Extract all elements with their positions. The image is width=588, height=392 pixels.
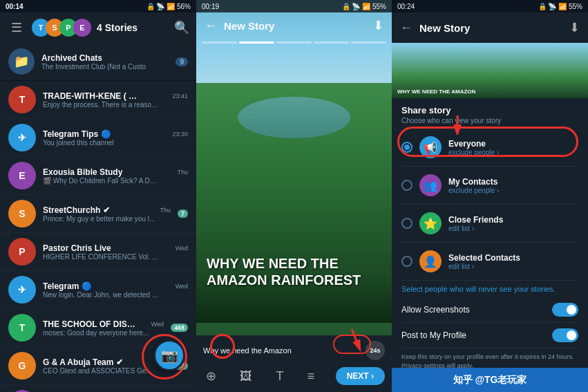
status-bar-3: 00:24 🔒 📡 📶 55% xyxy=(392,0,588,12)
download-button-2[interactable]: ⬇ xyxy=(373,18,383,33)
progress-dot xyxy=(202,41,237,44)
tool-add[interactable]: ⊕ xyxy=(203,366,219,386)
chat-time: 23:30 xyxy=(172,131,188,138)
status-bar-1: 00:14 🔒 📡 📶 56% xyxy=(0,0,196,12)
chat-msg: Enjoy the process. There is a reason... xyxy=(43,101,160,109)
search-icon[interactable]: 🔍 xyxy=(174,20,189,35)
chat-avatar: ✈ xyxy=(8,276,36,304)
chat-avatar: S xyxy=(8,200,36,227)
tool-image[interactable]: 🖼 xyxy=(237,366,255,386)
share-option-title: Close Friends xyxy=(448,215,578,225)
time-1: 00:14 xyxy=(6,3,23,10)
chat-item[interactable]: ✈ Telegram Tips 🔵 23:30 You joined this … xyxy=(0,119,196,157)
chat-name-row: THE SCHOOL OF DISCIPLE... Wed xyxy=(43,319,164,329)
share-option-text-selected: Selected Contacts edit list › xyxy=(448,253,578,270)
select-people-link[interactable]: Select people who will never see your st… xyxy=(401,285,578,293)
toggle-label-profile: Post to My Profile xyxy=(401,330,466,340)
toggle-switch-profile[interactable] xyxy=(552,328,578,342)
radio-selected[interactable] xyxy=(401,256,412,267)
next-button[interactable]: NEXT › xyxy=(336,367,385,385)
chat-msg: moses: Good day everyone here... xyxy=(43,329,160,337)
toggle-profile: Post to My Profile xyxy=(401,323,578,348)
back-button-3[interactable]: ← xyxy=(400,21,412,35)
chat-avatar: P xyxy=(8,238,36,265)
archived-badge: 9 xyxy=(176,57,188,66)
chat-time: Thu xyxy=(177,169,188,176)
share-option-text-contacts: My Contacts exclude people › xyxy=(448,177,578,194)
share-option-selected[interactable]: 👤 Selected Contacts edit list › xyxy=(401,245,578,277)
chat-item[interactable]: T TRADE-WITH-KENE ( FREE G... 23:41 Enjo… xyxy=(0,81,196,119)
divider xyxy=(401,242,578,243)
chat-info: StreetChurchh ✔ Thu Prince: My guy e bet… xyxy=(43,205,171,223)
tool-text[interactable]: T xyxy=(274,366,287,386)
divider xyxy=(401,204,578,205)
share-option-sub[interactable]: exclude people › xyxy=(448,187,578,194)
radio-contacts[interactable] xyxy=(401,180,412,191)
chat-info: G & A Abuja Team ✔ Wed CEO Gtext and ASS… xyxy=(43,357,167,375)
archived-title: Archived Chats xyxy=(41,53,169,63)
chat-msg: CEO Gtext and ASSOCIATES Ge... xyxy=(43,367,160,375)
share-option-contacts[interactable]: 👥 My Contacts exclude people › xyxy=(401,169,578,201)
chat-info: Pastor Chris Live Wed HIGHER LIFE CONFER… xyxy=(43,243,188,261)
panel-story-editor: 00:19 🔒 📡 📶 55% ← New Story ⬇ WHY WE NEE… xyxy=(196,0,392,392)
chat-name-row: StreetChurchh ✔ Thu xyxy=(43,205,171,215)
share-option-text-everyone: Everyone exclude people › xyxy=(448,139,578,156)
timer-button[interactable]: 24s xyxy=(366,341,385,360)
share-option-close-friends[interactable]: ⭐ Close Friends edit list › xyxy=(401,207,578,239)
menu-icon[interactable]: ☰ xyxy=(7,18,26,37)
keep-note: Keep this story on your profile even aft… xyxy=(401,353,578,368)
download-button-3[interactable]: ⬇ xyxy=(569,20,580,35)
toggle-switch-screenshots[interactable] xyxy=(552,303,578,317)
story-thumbnail: WHY WE NEED THE AMAZON xyxy=(392,43,588,98)
watermark-bar: 知乎 @TG老玩家 xyxy=(392,368,588,392)
chat-name: G & A Abuja Team ✔ xyxy=(43,357,123,367)
status-icons-3: 🔒 📡 📶 55% xyxy=(538,3,582,10)
chat-name-row: G & A Abuja Team ✔ Wed xyxy=(43,357,167,367)
chat-item[interactable]: C Christians In Business It's about four… xyxy=(0,385,196,392)
panel-chat-list: 00:14 🔒 📡 📶 56% ☰ T S P E 4 Stories 🔍 📁 … xyxy=(0,0,196,392)
chat-item[interactable]: P Pastor Chris Live Wed HIGHER LIFE CONF… xyxy=(0,233,196,271)
chat-item[interactable]: E Exousia Bible Study Thu 🎬 Why Do Child… xyxy=(0,157,196,195)
share-icon-everyone: 📢 xyxy=(419,136,442,158)
chat-name-row: Telegram 🔵 Wed xyxy=(43,281,188,291)
divider xyxy=(401,166,578,167)
share-story-header: ← New Story ⬇ xyxy=(392,12,588,43)
archived-chats-row[interactable]: 📁 Archived Chats The Investment Club (No… xyxy=(0,43,196,81)
time-2: 00:19 xyxy=(202,3,219,10)
chat-info: THE SCHOOL OF DISCIPLE... Wed moses: Goo… xyxy=(43,319,164,337)
status-icons-2: 🔒 📡 📶 55% xyxy=(342,3,386,10)
chat-name-row: Exousia Bible Study Thu xyxy=(43,167,188,177)
radio-close-friends[interactable] xyxy=(401,218,412,229)
chat-time: Wed xyxy=(176,283,188,290)
chat-name-row: Pastor Chris Live Wed xyxy=(43,243,188,253)
chat-avatar: ✈ xyxy=(8,124,36,151)
share-icon-contacts: 👥 xyxy=(419,174,442,196)
chat-item[interactable]: ✈ Telegram 🔵 Wed New login. Dear John, w… xyxy=(0,271,196,309)
archived-subtitle: The Investment Club (Not a Custo xyxy=(41,63,152,71)
share-story-title: New Story xyxy=(419,22,562,34)
chat-info: Exousia Bible Study Thu 🎬 Why Do Childre… xyxy=(43,167,188,185)
radio-everyone[interactable] xyxy=(401,142,412,153)
tool-adjust[interactable]: ≡ xyxy=(305,366,318,386)
share-option-title: My Contacts xyxy=(448,177,578,187)
chat-list-title: 4 Stories xyxy=(97,22,169,33)
stories-avatars: T S P E xyxy=(32,19,91,37)
camera-fab-button[interactable]: 📷 xyxy=(153,339,185,371)
share-option-sub[interactable]: exclude people › xyxy=(448,149,578,156)
chat-name: StreetChurchh ✔ xyxy=(43,205,110,215)
chat-name: TRADE-WITH-KENE ( FREE G... xyxy=(43,91,140,101)
chat-name: Exousia Bible Study xyxy=(43,167,122,177)
share-option-everyone[interactable]: 📢 Everyone exclude people › xyxy=(401,131,578,163)
chat-time: Thu xyxy=(160,207,171,214)
back-button-2[interactable]: ← xyxy=(205,19,217,33)
toggle-label-screenshots: Allow Screenshots xyxy=(401,305,470,315)
chat-item[interactable]: S StreetChurchh ✔ Thu Prince: My guy e b… xyxy=(0,195,196,233)
progress-dot xyxy=(314,41,349,44)
chat-msg: New login. Dear John, we detected a l... xyxy=(43,291,160,299)
story-text: WHY WE NEED THE AMAZON RAINFOREST xyxy=(207,255,381,288)
share-option-sub[interactable]: edit list › xyxy=(448,263,578,270)
share-option-sub[interactable]: edit list › xyxy=(448,225,578,232)
chat-name: THE SCHOOL OF DISCIPLE... xyxy=(43,319,140,329)
chat-name: Pastor Chris Live xyxy=(43,243,111,253)
chat-name-row: Telegram Tips 🔵 23:30 xyxy=(43,129,188,139)
